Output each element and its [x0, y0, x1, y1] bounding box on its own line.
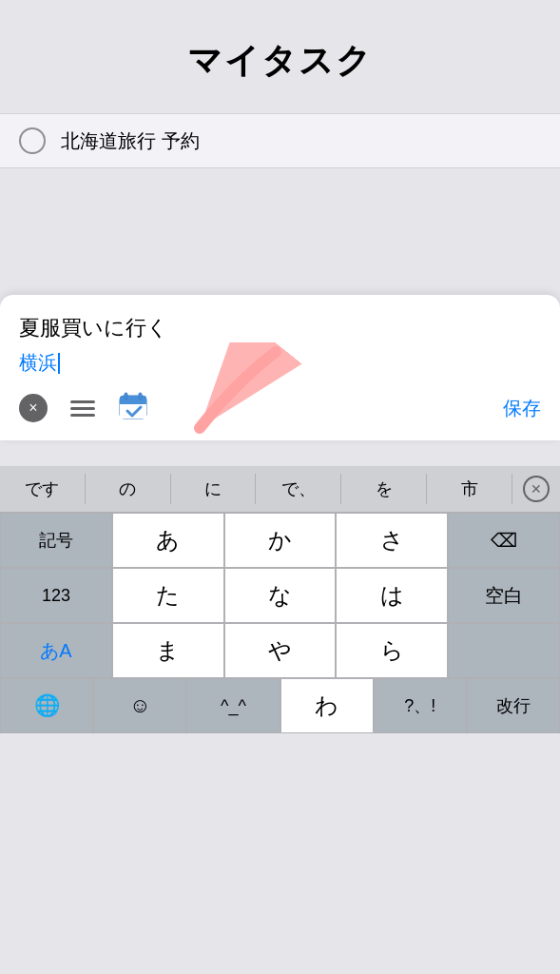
- key-wa[interactable]: わ: [280, 678, 374, 733]
- kb-row-3: あA ま や ら: [0, 623, 560, 678]
- key-ta[interactable]: た: [112, 568, 224, 623]
- key-ha[interactable]: は: [336, 568, 448, 623]
- suggestion-desu[interactable]: です: [0, 474, 86, 504]
- keyboard-area: です の に で、 を 市 ✕ 記号 あ か さ ⌫ 123 た な は 空白 …: [0, 466, 560, 733]
- key-a[interactable]: あ: [112, 513, 224, 568]
- calendar-icon[interactable]: [118, 391, 148, 425]
- key-space[interactable]: 空白: [448, 568, 560, 623]
- svg-rect-2: [120, 401, 146, 404]
- key-backspace[interactable]: ⌫: [448, 513, 560, 568]
- task-item[interactable]: 北海道旅行 予約: [0, 113, 560, 168]
- input-panel: 夏服買いに行く 横浜 ×: [0, 295, 560, 440]
- task-complete-circle[interactable]: [19, 127, 46, 154]
- toolbar-left: ×: [19, 391, 148, 425]
- kb-row-1: 記号 あ か さ ⌫: [0, 513, 560, 568]
- page-title: マイタスク: [0, 0, 560, 113]
- kb-row-2: 123 た な は 空白: [0, 568, 560, 623]
- key-ya[interactable]: や: [224, 623, 337, 678]
- input-toolbar: × 保存: [19, 391, 541, 425]
- suggestions-row: です の に で、 を 市 ✕: [0, 466, 560, 513]
- backspace-icon: ⌫: [491, 529, 517, 552]
- key-punct[interactable]: ?、!: [374, 678, 467, 733]
- delete-circle-icon: ✕: [523, 476, 550, 502]
- key-globe[interactable]: 🌐: [0, 678, 93, 733]
- key-ka[interactable]: か: [224, 513, 337, 568]
- key-caret[interactable]: ^_^: [186, 678, 280, 733]
- task-area: マイタスク 北海道旅行 予約: [0, 0, 560, 323]
- note-input[interactable]: 横浜: [19, 350, 541, 376]
- kb-row-4: 🌐 ☺ ^_^ わ ?、! 改行: [0, 678, 560, 733]
- key-aa[interactable]: あA: [0, 623, 112, 678]
- key-emoji[interactable]: ☺: [93, 678, 186, 733]
- key-123[interactable]: 123: [0, 568, 112, 623]
- key-enter-placeholder: [448, 623, 560, 678]
- save-button[interactable]: 保存: [503, 396, 541, 421]
- suggestion-no[interactable]: の: [86, 474, 171, 504]
- text-cursor: [58, 353, 60, 374]
- key-na[interactable]: な: [224, 568, 337, 623]
- key-kigo[interactable]: 記号: [0, 513, 112, 568]
- key-ma[interactable]: ま: [112, 623, 224, 678]
- close-icon[interactable]: ×: [19, 394, 48, 422]
- task-name-display: 夏服買いに行く: [19, 314, 541, 342]
- task-text: 北海道旅行 予約: [61, 128, 200, 154]
- svg-rect-3: [125, 393, 127, 399]
- suggestion-de[interactable]: で、: [256, 474, 341, 504]
- svg-rect-4: [139, 393, 142, 399]
- suggestion-ni[interactable]: に: [171, 474, 257, 504]
- key-return[interactable]: 改行: [467, 678, 560, 733]
- suggestion-delete-btn[interactable]: ✕: [512, 476, 560, 502]
- suggestion-wo[interactable]: を: [341, 474, 427, 504]
- key-ra[interactable]: ら: [336, 623, 448, 678]
- suggestion-shi[interactable]: 市: [427, 474, 512, 504]
- menu-icon[interactable]: [70, 400, 95, 417]
- key-sa[interactable]: さ: [336, 513, 448, 568]
